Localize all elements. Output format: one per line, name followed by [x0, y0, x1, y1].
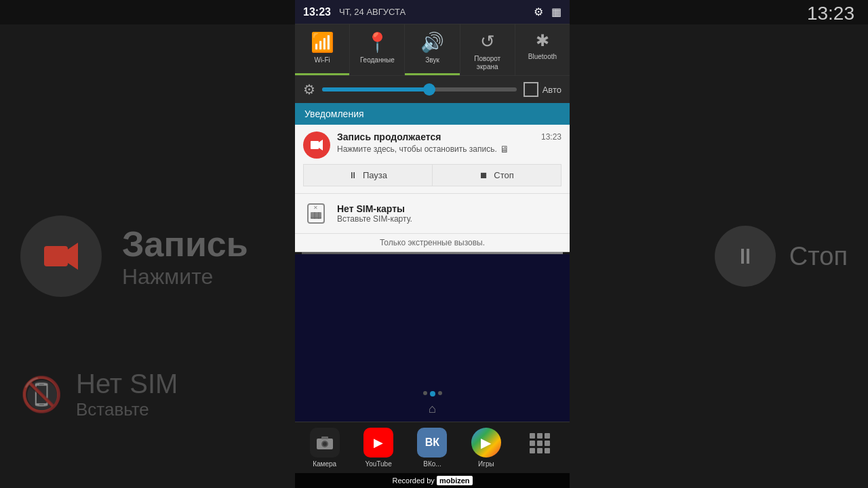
- notifications-title: Уведомления: [304, 108, 364, 119]
- bg-record-icon: [20, 216, 102, 297]
- mobizen-logo: mobizen: [437, 476, 473, 485]
- notifications-header: Уведомления: [295, 103, 570, 125]
- bg-stop: Стоп: [789, 242, 848, 271]
- qs-geodata-label: Геоданные: [360, 56, 395, 64]
- auto-checkbox[interactable]: [524, 82, 538, 97]
- qs-wifi-indicator: [295, 73, 349, 75]
- grid-app-icon: [525, 428, 555, 458]
- camera-label: Камера: [313, 460, 336, 468]
- recorded-bar: Recorded by mobizen: [295, 473, 570, 488]
- bluetooth-icon: ✱: [536, 31, 549, 50]
- svg-rect-0: [44, 246, 68, 266]
- sound-icon: 🔊: [420, 31, 444, 54]
- wifi-icon: 📶: [311, 31, 334, 54]
- auto-toggle[interactable]: Авто: [524, 82, 561, 97]
- status-date: ЧТ, 24 АВГУСТА: [339, 7, 406, 17]
- stop-icon: ⏹: [479, 170, 488, 180]
- camera-app[interactable]: Камера: [310, 428, 340, 468]
- vk-icon: ВК: [417, 428, 447, 458]
- notification-panel: 13:23 ЧТ, 24 АВГУСТА ⚙ ▦ 📶 Wi-Fi 📍 Геода…: [295, 0, 570, 488]
- bg-pause: ⏸: [715, 226, 776, 287]
- play-label: Игры: [478, 460, 494, 468]
- camera-icon: [310, 428, 340, 458]
- youtube-label: YouTube: [365, 460, 391, 468]
- qs-bluetooth-label: Bluetooth: [528, 53, 557, 61]
- notif-time: 13:23: [541, 132, 561, 142]
- qs-geodata-indicator: [350, 73, 404, 75]
- svg-rect-2: [311, 141, 319, 149]
- stop-button[interactable]: ⏹ Стоп: [432, 164, 561, 186]
- sim-title: Нет SIM-карты: [337, 203, 412, 214]
- qs-wifi[interactable]: 📶 Wi-Fi: [295, 24, 350, 75]
- emergency-bar: Только экстренные вызовы.: [295, 234, 570, 252]
- qs-rotate-indicator: [460, 73, 515, 75]
- home-dots: [423, 391, 442, 396]
- status-time: 13:23: [303, 6, 331, 18]
- bg-buttons: ⏸ Стоп: [715, 226, 848, 287]
- sim-notification[interactable]: ✕ Нет SIM-карты Вставьте SIM-карту.: [295, 194, 570, 234]
- home-area: ⌂: [295, 254, 570, 422]
- auto-label: Авто: [542, 85, 561, 95]
- emergency-text: Только экстренные вызовы.: [380, 238, 485, 247]
- play-icon: ▶: [471, 428, 501, 458]
- brightness-slider[interactable]: [322, 87, 517, 92]
- qs-sound[interactable]: 🔊 Звук: [405, 24, 460, 75]
- notif-subtitle: Нажмите здесь, чтобы остановить запись. …: [337, 144, 561, 155]
- youtube-app[interactable]: ▶ YouTube: [363, 428, 393, 468]
- dot-3: [438, 391, 442, 395]
- svg-text:✕: ✕: [313, 205, 318, 211]
- pause-button[interactable]: ⏸ Пауза: [303, 164, 432, 186]
- recorded-text: Recorded by: [392, 476, 434, 485]
- notif-title: Запись продолжается: [337, 131, 441, 142]
- svg-marker-3: [319, 140, 323, 150]
- vk-label: ВКо...: [423, 460, 441, 468]
- qs-bluetooth[interactable]: ✱ Bluetooth: [515, 24, 570, 75]
- recording-icon: [303, 131, 330, 159]
- bg-sim-text: Нет SIM Вставьте: [76, 369, 178, 420]
- vk-app[interactable]: ВК ВКо...: [417, 428, 447, 468]
- rotate-icon: ↺: [480, 31, 495, 52]
- svg-marker-1: [68, 243, 78, 270]
- dot-1: [423, 391, 427, 395]
- bg-sim: 📵 Нет SIM Вставьте: [0, 369, 198, 420]
- bg-sim-icon: 📵: [20, 375, 62, 414]
- notif-top: Запись продолжается 13:23 Нажмите здесь,…: [303, 131, 561, 159]
- notif-subtitle-text: Нажмите здесь, чтобы остановить запись.: [337, 144, 497, 154]
- qs-sound-indicator: [405, 73, 459, 75]
- screen-icon: 🖥: [500, 144, 509, 155]
- brightness-icon: ⚙: [303, 81, 315, 98]
- svg-rect-13: [321, 436, 328, 439]
- notif-body: Запись продолжается 13:23 Нажмите здесь,…: [337, 131, 561, 155]
- play-app[interactable]: ▶ Игры: [471, 428, 501, 468]
- home-button[interactable]: ⌂: [429, 402, 436, 416]
- qs-sound-label: Звук: [425, 56, 439, 64]
- app-tray: Камера ▶ YouTube ВК ВКо... ▶ Игры: [295, 422, 570, 473]
- notif-actions: ⏸ Пауза ⏹ Стоп: [303, 164, 561, 186]
- sim-body: Нет SIM-карты Вставьте SIM-карту.: [337, 203, 412, 224]
- notif-title-row: Запись продолжается 13:23: [337, 131, 561, 142]
- status-icons: ⚙ ▦: [534, 5, 561, 18]
- bg-sim-sub: Вставьте: [76, 399, 178, 420]
- qs-rotate-label: Поворот экрана: [463, 55, 512, 71]
- recording-notification[interactable]: Запись продолжается 13:23 Нажмите здесь,…: [295, 125, 570, 194]
- brightness-row: ⚙ Авто: [295, 75, 570, 103]
- grid-app[interactable]: [525, 428, 555, 468]
- bg-sim-title: Нет SIM: [76, 369, 178, 399]
- qs-wifi-label: Wi-Fi: [314, 56, 330, 64]
- pause-label: Пауза: [363, 170, 387, 180]
- qs-bluetooth-indicator: [515, 73, 570, 75]
- settings-icon[interactable]: ⚙: [534, 5, 543, 18]
- brightness-thumb: [423, 83, 435, 96]
- qs-rotate[interactable]: ↺ Поворот экрана: [460, 24, 515, 75]
- quick-settings: 📶 Wi-Fi 📍 Геоданные 🔊 Звук ↺ Поворот экр…: [295, 24, 570, 75]
- grid-icon[interactable]: ▦: [551, 5, 561, 18]
- sim-icon: ✕: [303, 201, 329, 226]
- svg-point-12: [323, 442, 327, 446]
- pause-icon: ⏸: [349, 170, 357, 180]
- brightness-fill: [322, 87, 429, 92]
- sim-subtitle: Вставьте SIM-карту.: [337, 214, 412, 224]
- dot-2: [430, 391, 435, 396]
- geodata-icon: 📍: [366, 31, 389, 54]
- status-bar: 13:23 ЧТ, 24 АВГУСТА ⚙ ▦: [295, 0, 570, 24]
- qs-geodata[interactable]: 📍 Геоданные: [350, 24, 405, 75]
